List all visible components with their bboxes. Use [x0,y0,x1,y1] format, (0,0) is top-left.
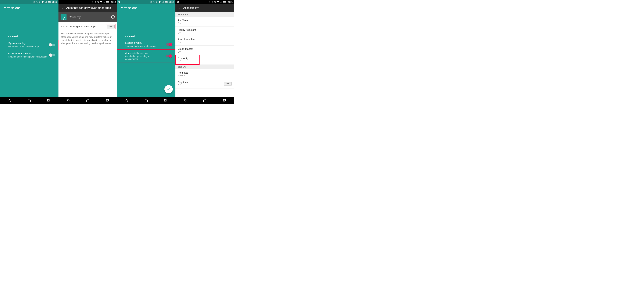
alarm-icon: ⏰︎ [39,1,40,3]
copy-icon [176,1,179,3]
page-title: Accessibility [183,6,198,10]
nav-back[interactable] [183,98,187,102]
section-services: SERVICES [176,12,234,17]
perm-title: System overlay [8,42,39,45]
toggle-state: OFF [226,83,229,85]
accessibility-switch[interactable] [166,55,172,57]
signal-icon [103,1,105,3]
nav-home[interactable] [203,98,207,102]
content: SERVICES AntiVirusOn Fleksy AssistantOff… [176,12,234,97]
item-title: Apex Launcher [178,38,195,41]
svg-rect-2 [50,2,51,2]
toggle-state: OFF [109,26,112,28]
overlay-switch[interactable] [166,43,172,46]
section-required: Required [0,35,58,40]
nav-bar [58,97,117,104]
nav-bar [0,97,58,104]
wifi-icon [217,1,219,3]
svg-rect-22 [223,100,225,101]
nav-home[interactable] [28,98,31,102]
status-time: 08:59 [110,1,116,3]
service-apex[interactable]: Apex LauncherOn [176,36,234,46]
signal-icon [45,1,47,3]
screen-permissions-2: ◎ 🔇︎ ⏰︎ 08:21 Permissions Required Syste… [117,0,176,104]
back-button[interactable] [59,5,65,11]
wifi-icon [100,1,102,3]
back-button[interactable] [176,5,182,11]
permission-list: Required System overlay Required to draw… [0,13,58,97]
circled-icon: ◎ [150,1,152,3]
app-bar: Permissions [0,4,58,13]
service-antivirus[interactable]: AntiVirusOn [176,17,234,27]
battery-icon [164,1,168,3]
permit-toggle[interactable]: OFF [107,25,114,29]
permit-row[interactable]: Permit drawing over other apps OFF [58,22,117,31]
perm-accessibility[interactable]: Accessibility service Required to get ru… [0,50,58,60]
svg-rect-23 [224,99,226,101]
wifi-icon [42,1,44,3]
screen-draw-over-apps: ◎ 🔇︎ ⏰︎ 08:59 Apps that can draw over ot… [58,0,117,104]
nav-recent[interactable] [222,98,226,102]
service-fleksy[interactable]: Fleksy AssistantOff [176,27,234,36]
app-header: Cornerfly i [58,12,117,22]
svg-rect-20 [223,1,226,3]
item-sub: Medium [178,75,188,77]
item-sub: Off [178,60,188,63]
copy-icon [118,1,120,3]
page-title: Apps that can draw over other apps [66,6,111,10]
status-time: 08:21 [228,1,233,3]
nav-bar [176,97,234,104]
display-fontsize[interactable]: Font sizeMedium [176,69,234,79]
battery-icon [106,1,109,3]
page-title: Permissions [120,6,173,10]
nav-back[interactable] [8,98,12,102]
nav-recent[interactable] [105,98,109,102]
perm-system-overlay[interactable]: System overlay Required to draw over oth… [117,40,176,50]
overlay-switch[interactable] [49,44,55,46]
captions-toggle[interactable]: OFF [224,82,232,86]
nav-home[interactable] [86,98,90,102]
app-bar: Permissions [117,4,176,13]
perm-sub: Required to get running app configuratio… [8,55,48,58]
mute-icon: 🔇︎ [94,1,96,3]
confirm-fab[interactable] [164,85,173,93]
perm-accessibility[interactable]: Accessibility service Required to get ru… [117,50,176,63]
nav-recent[interactable] [47,98,51,102]
app-bar: Apps that can draw over other apps [58,4,117,12]
app-bar: Accessibility [176,4,234,12]
service-cleanmaster[interactable]: Clean MasterOff [176,46,234,55]
mute-icon: 🔇︎ [211,1,213,3]
perm-title: Accessibility service [8,52,48,55]
svg-rect-6 [106,1,108,3]
nav-back[interactable] [66,98,70,102]
item-title: Cornerfly [178,57,188,60]
nav-back[interactable] [125,98,129,102]
permit-description: This permission allows an app to display… [58,31,117,48]
item-title: Captions [178,81,188,84]
item-title: Clean Master [178,48,193,51]
app-icon [60,14,66,20]
accessibility-switch[interactable] [49,54,55,56]
svg-rect-7 [109,2,109,2]
info-icon[interactable]: i [111,15,115,19]
battery-icon [48,1,51,3]
section-display: DISPLAY [176,65,234,69]
status-bar: ◎ 🔇︎ ⏰︎ 08:59 [58,0,117,4]
nav-recent[interactable] [164,98,168,102]
signal-icon [162,1,164,3]
nav-home[interactable] [144,98,148,102]
perm-system-overlay[interactable]: System overlay Required to draw over oth… [0,40,58,50]
perm-title: Accessibility service [125,52,164,55]
display-captions[interactable]: CaptionsOff OFF [176,79,234,89]
item-title: AntiVirus [178,19,188,22]
section-required: Required [117,35,176,40]
perm-sub: Required to draw over other apps [8,45,39,48]
svg-rect-3 [47,100,49,101]
page-title: Permissions [3,6,56,10]
item-title: Font size [178,71,188,74]
status-bar: ◎ 🔇︎ ⏰︎ 08:21 [117,0,176,4]
mute-icon: 🔇︎ [153,1,155,3]
service-cornerfly[interactable]: CornerflyOff [176,55,199,65]
svg-rect-13 [165,1,167,3]
nav-bar [117,97,176,104]
